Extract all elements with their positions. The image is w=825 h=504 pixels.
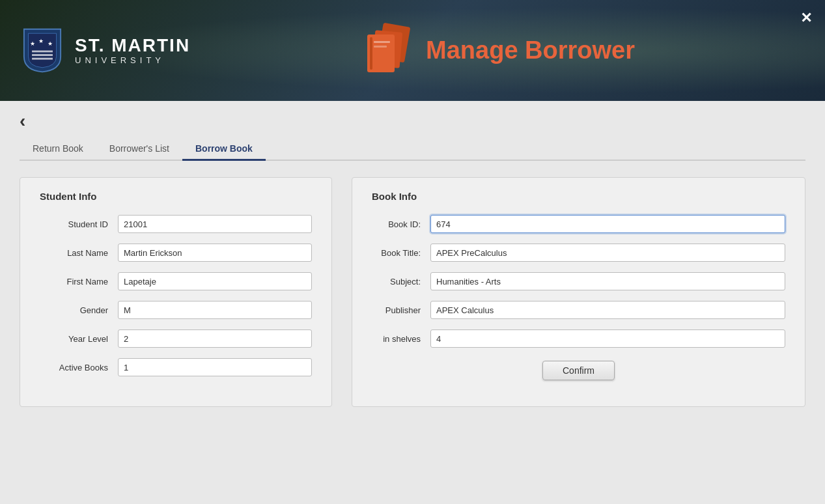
svg-rect-3	[32, 51, 53, 53]
svg-text:★: ★	[30, 40, 35, 47]
subject-label: Subject:	[372, 277, 430, 287]
gender-label: Gender	[40, 305, 118, 315]
publisher-input[interactable]	[430, 301, 785, 319]
svg-rect-5	[32, 58, 53, 60]
confirm-button[interactable]: Confirm	[542, 361, 615, 380]
student-info-title: Student Info	[40, 191, 312, 202]
page-title: Manage Borrower	[426, 36, 635, 64]
tabs-container: Return Book Borrower's List Borrow Book	[20, 138, 805, 161]
university-main-name: ST. MARTIN	[75, 36, 190, 56]
header-center: Manage Borrower	[190, 21, 805, 80]
student-id-row: Student ID	[40, 215, 312, 233]
confirm-btn-area: Confirm	[372, 361, 785, 380]
last-name-input[interactable]	[118, 244, 312, 262]
publisher-row: Publisher	[372, 301, 785, 319]
close-button[interactable]: ✕	[800, 10, 812, 27]
gender-row: Gender	[40, 301, 312, 319]
publisher-label: Publisher	[372, 305, 430, 315]
year-level-row: Year Level	[40, 329, 312, 348]
subject-input[interactable]	[430, 272, 785, 290]
first-name-input[interactable]	[118, 272, 312, 290]
active-books-row: Active Books	[40, 358, 312, 376]
university-name: ST. MARTIN UNIVERSITY	[75, 36, 190, 65]
in-shelves-input[interactable]	[430, 329, 785, 348]
shield-logo: ★ ★ ★	[20, 26, 65, 75]
gender-input[interactable]	[118, 301, 312, 319]
first-name-row: First Name	[40, 272, 312, 290]
university-sub-name: UNIVERSITY	[75, 56, 190, 65]
book-title-input[interactable]	[430, 244, 785, 262]
svg-rect-11	[374, 46, 387, 48]
main-area: ‹ Return Book Borrower's List Borrow Boo…	[0, 101, 825, 504]
book-id-input[interactable]	[430, 215, 785, 233]
back-arrow[interactable]: ‹	[20, 111, 25, 132]
year-level-label: Year Level	[40, 334, 118, 344]
book-info-panel: Book Info Book ID: Book Title: Subject: …	[352, 177, 805, 407]
logo-area: ★ ★ ★ ST. MARTIN UNIVERSITY	[20, 26, 190, 75]
tab-borrowers-list[interactable]: Borrower's List	[96, 138, 182, 161]
book-id-row: Book ID:	[372, 215, 785, 233]
active-books-label: Active Books	[40, 363, 118, 372]
tab-return-book[interactable]: Return Book	[20, 138, 96, 161]
book-id-label: Book ID:	[372, 219, 430, 229]
active-books-input[interactable]	[118, 358, 312, 376]
in-shelves-row: in shelves	[372, 329, 785, 348]
content-columns: Student Info Student ID Last Name First …	[20, 177, 805, 407]
student-id-label: Student ID	[40, 219, 118, 229]
svg-rect-9	[370, 37, 372, 70]
subject-row: Subject:	[372, 272, 785, 290]
last-name-row: Last Name	[40, 244, 312, 262]
first-name-label: First Name	[40, 277, 118, 287]
book-stack-icon	[361, 21, 413, 80]
student-info-panel: Student Info Student ID Last Name First …	[20, 177, 332, 407]
svg-text:★: ★	[38, 38, 44, 44]
svg-text:★: ★	[48, 40, 53, 47]
in-shelves-label: in shelves	[372, 334, 430, 344]
svg-rect-4	[32, 54, 53, 56]
book-info-title: Book Info	[372, 191, 785, 202]
year-level-input[interactable]	[118, 329, 312, 348]
student-id-input[interactable]	[118, 215, 312, 233]
last-name-label: Last Name	[40, 248, 118, 258]
book-title-label: Book Title:	[372, 248, 430, 258]
tab-borrow-book[interactable]: Borrow Book	[182, 138, 266, 161]
book-title-row: Book Title:	[372, 244, 785, 262]
svg-rect-10	[374, 41, 390, 43]
header: ★ ★ ★ ST. MARTIN UNIVERSITY	[0, 0, 825, 101]
